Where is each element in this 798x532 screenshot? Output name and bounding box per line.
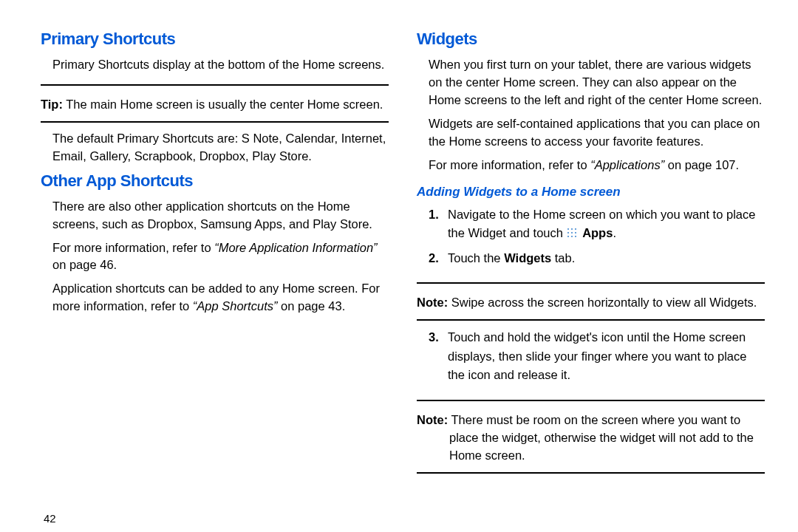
para-primary-1: Primary Shortcuts display at the bottom … [41,56,389,74]
para-other-3: Application shortcuts can be added to an… [41,280,389,316]
step-2: 2. Touch the Widgets tab. [429,249,765,268]
rule [417,472,765,474]
heading-adding-widgets: Adding Widgets to a Home screen [417,185,765,200]
note-body: There must be room on the screen where y… [448,413,754,462]
note-swipe: Note: Swipe across the screen horizontal… [417,294,765,312]
para-other-1: There are also other application shortcu… [41,198,389,233]
rule [417,319,765,321]
rule [417,282,765,284]
steps-list-cont: 3. Touch and hold the widget's icon unti… [417,328,765,391]
note-label: Note: [417,296,448,309]
rule [41,84,389,86]
tip-label: Tip: [41,98,63,111]
apps-label: Apps [582,226,613,239]
para-primary-2: The default Primary Shortcuts are: S Not… [41,130,389,166]
note-label: Note: [417,413,448,426]
note-body: Swipe across the screen horizontally to … [448,296,757,309]
note-room: Note: There must be room on the screen w… [417,412,765,465]
tip-block: Tip: The main Home screen is usually the… [41,96,389,114]
left-column: Primary Shortcuts Primary Shortcuts disp… [41,30,409,525]
ref-app-shortcuts: “App Shortcuts” [193,299,278,313]
right-column: Widgets When you first turn on your tabl… [409,30,772,525]
steps-list: 1. Navigate to the Home screen on which … [417,205,765,274]
para-widgets-2: Widgets are self-contained applications … [417,115,765,151]
para-widgets-3: For more information, refer to “Applicat… [417,157,765,174]
para-other-2: For more information, refer to “More App… [41,239,389,275]
ref-more-app-info: “More Application Information” [214,241,377,254]
para-widgets-1: When you first turn on your tablet, ther… [417,56,765,109]
heading-other-app-shortcuts: Other App Shortcuts [41,171,389,191]
page-number: 42 [41,497,389,525]
widgets-tab-label: Widgets [504,251,551,265]
manual-page: Primary Shortcuts Primary Shortcuts disp… [0,0,798,532]
step-1: 1. Navigate to the Home screen on which … [429,205,765,243]
rule [417,400,765,401]
step-3: 3. Touch and hold the widget's icon unti… [429,328,765,385]
heading-primary-shortcuts: Primary Shortcuts [41,30,389,49]
apps-grid-icon [567,228,578,239]
heading-widgets: Widgets [417,30,765,49]
rule [41,121,389,123]
tip-body: The main Home screen is usually the cent… [63,98,383,111]
ref-applications: “Applications” [590,158,664,171]
